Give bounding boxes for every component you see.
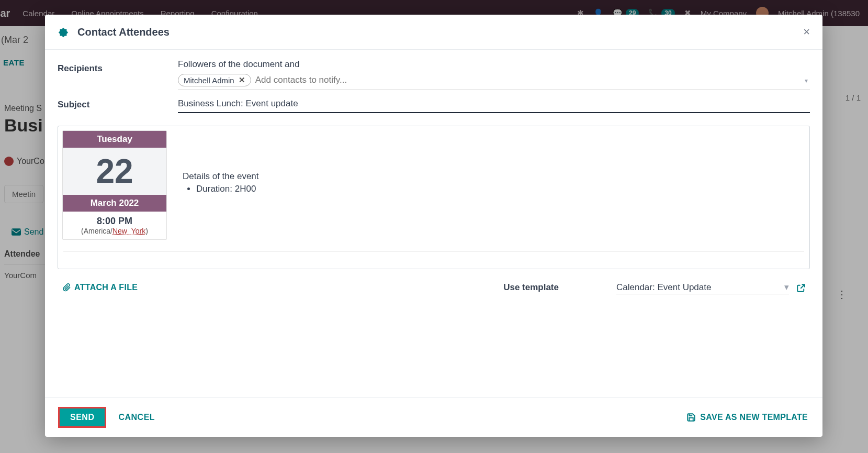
- attach-file-button[interactable]: ATTACH A FILE: [63, 283, 138, 292]
- recipient-tag-label: Mitchell Admin: [184, 76, 234, 85]
- recipients-field[interactable]: Mitchell Admin ✕ ▾: [178, 73, 810, 90]
- close-icon[interactable]: ×: [803, 25, 810, 39]
- bug-icon[interactable]: [58, 25, 69, 39]
- event-timezone: (America/New_York): [63, 227, 166, 239]
- save-as-template-label: SAVE AS NEW TEMPLATE: [700, 413, 808, 422]
- remove-tag-icon[interactable]: ✕: [239, 75, 245, 85]
- save-icon: [686, 413, 696, 422]
- message-body[interactable]: Tuesday 22 March 2022 8:00 PM (America/N…: [58, 126, 810, 269]
- modal-title: Contact Attendees: [77, 26, 170, 38]
- event-time: 8:00 PM: [63, 212, 166, 227]
- event-month-year: March 2022: [63, 195, 166, 212]
- chevron-down-icon: ▾: [784, 282, 789, 293]
- template-select[interactable]: Calendar: Event Update ▾: [616, 281, 789, 294]
- recipients-row: Recipients Followers of the document and…: [58, 59, 810, 90]
- contact-attendees-modal: Contact Attendees × Recipients Followers…: [45, 15, 822, 437]
- message-separator: [63, 251, 804, 252]
- template-selected-value: Calendar: Event Update: [616, 282, 711, 293]
- timezone-link[interactable]: New_York: [112, 227, 145, 235]
- modal-footer: SEND CANCEL SAVE AS NEW TEMPLATE: [45, 397, 822, 437]
- external-link-icon[interactable]: [796, 282, 806, 293]
- event-duration: Duration: 2H00: [196, 184, 259, 194]
- recipients-label: Recipients: [58, 59, 178, 74]
- add-contacts-input[interactable]: [254, 73, 810, 87]
- modal-header: Contact Attendees ×: [45, 15, 822, 50]
- event-date-card: Tuesday 22 March 2022 8:00 PM (America/N…: [62, 130, 167, 240]
- use-template-label: Use template: [503, 282, 559, 293]
- subject-label: Subject: [58, 95, 178, 110]
- event-details: Details of the event Duration: 2H00: [183, 130, 259, 240]
- followers-text: Followers of the document and: [178, 59, 810, 70]
- modal-body: Recipients Followers of the document and…: [45, 50, 822, 397]
- event-day-of-week: Tuesday: [63, 131, 166, 148]
- recipient-tag: Mitchell Admin ✕: [178, 74, 251, 86]
- save-as-template-button[interactable]: SAVE AS NEW TEMPLATE: [686, 413, 808, 422]
- chevron-down-icon[interactable]: ▾: [805, 77, 808, 84]
- subject-row: Subject: [58, 95, 810, 113]
- attach-file-label: ATTACH A FILE: [74, 283, 138, 292]
- event-details-title: Details of the event: [183, 171, 259, 182]
- event-day-number: 22: [63, 148, 166, 195]
- subject-input[interactable]: [178, 95, 810, 113]
- send-button[interactable]: SEND: [60, 408, 105, 426]
- cancel-button[interactable]: CANCEL: [118, 413, 155, 422]
- paperclip-icon: [63, 283, 71, 292]
- template-row: Use template Calendar: Event Update ▾: [503, 281, 806, 294]
- below-message-row: ATTACH A FILE Use template Calendar: Eve…: [63, 281, 806, 294]
